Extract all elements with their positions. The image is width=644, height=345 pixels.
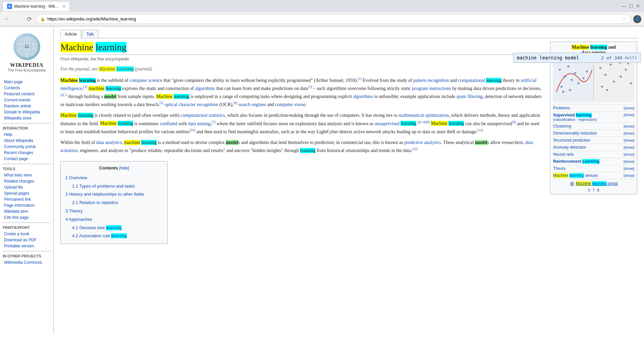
infobox-show-supervised[interactable]: [show] — [624, 113, 634, 117]
refresh-button[interactable]: ⟳ — [25, 15, 33, 23]
vte-e-link[interactable]: e — [597, 187, 599, 191]
link-algorithms-2[interactable]: algorithms — [353, 94, 373, 99]
infobox-show-theory[interactable]: [show] — [624, 166, 634, 170]
infobox-label-reinforcement[interactable]: Reinforcement Learning — [553, 159, 599, 164]
infobox-label-anomaly[interactable]: Anomaly detection — [553, 145, 586, 150]
sidebar-item-upload[interactable]: Upload file — [3, 184, 51, 190]
link-program-instructions[interactable]: program instructions — [412, 86, 451, 91]
sidebar-item-contact[interactable]: Contact page — [3, 156, 51, 162]
infobox-show-reinforcement[interactable]: [show] — [624, 159, 634, 163]
sidebar-item-random[interactable]: Random article — [3, 103, 51, 109]
sidebar-item-store[interactable]: Wikipedia store — [3, 115, 51, 121]
link-ocr[interactable]: optical character recognition — [165, 102, 218, 107]
minimize-button[interactable]: — — [620, 3, 628, 9]
sidebar-item-about[interactable]: About Wikipedia — [3, 138, 51, 144]
link-spam-filtering[interactable]: spam filtering — [456, 94, 482, 99]
link-predictive-analytics[interactable]: predictive analytics — [404, 140, 441, 145]
p1-model-hl: model — [104, 94, 117, 99]
sidebar-item-help[interactable]: Help — [3, 132, 51, 138]
infobox-show-venues[interactable]: [show] — [624, 174, 634, 178]
sidebar-item-wikidata[interactable]: Wikidata item — [3, 208, 51, 214]
infobox-portal-link[interactable]: Machine learning portal — [576, 181, 618, 186]
browser-tab[interactable]: W Machine learning - Wikip... × — [3, 1, 70, 11]
contents-link-history[interactable]: 2 History and relationships to other fie… — [65, 192, 144, 197]
link-computer-vision[interactable]: computer vision — [275, 102, 306, 107]
link-algorithms[interactable]: algorithms — [195, 86, 215, 91]
contents-link-association-rule[interactable]: 4.2 Association rule learning — [72, 233, 127, 238]
infobox-label-dim-reduction[interactable]: Dimensionality reduction — [553, 131, 597, 136]
link-data-mining[interactable]: data mining — [188, 121, 211, 126]
sidebar-item-page-info[interactable]: Page information — [3, 202, 51, 208]
tab-article[interactable]: Article — [60, 30, 81, 38]
sidebar-item-contents[interactable]: Contents — [3, 85, 51, 91]
link-computer-science[interactable]: computer science — [129, 78, 162, 83]
sidebar-divider-4 — [3, 251, 51, 251]
sidebar-item-community[interactable]: Community portal — [3, 144, 51, 150]
link-math-optimization[interactable]: mathematical optimization — [398, 113, 449, 118]
contents-link-overview[interactable]: 1 Overview — [65, 175, 87, 180]
link-data-analytics[interactable]: data analytics — [96, 140, 122, 145]
infobox-label-venues[interactable]: Machine learning venues — [553, 173, 598, 178]
tab-talk[interactable]: Talk — [82, 30, 98, 38]
infobox-show-dim-reduction[interactable]: [show] — [624, 131, 634, 135]
infobox-show-problems[interactable]: [show] — [624, 106, 634, 110]
contents-link-approaches[interactable]: 4 Approaches — [65, 217, 92, 222]
sidebar-item-wikimedia[interactable]: Wikimedia Commons — [3, 259, 51, 265]
contents-link-types[interactable]: 1.1 Types of problems and tasks — [72, 184, 135, 189]
link-pattern-recognition[interactable]: pattern recognition — [413, 78, 449, 83]
sidebar-item-cite[interactable]: Cite this page — [3, 214, 51, 220]
sidebar-item-printable[interactable]: Printable version — [3, 243, 51, 249]
sidebar-item-featured[interactable]: Featured content — [3, 91, 51, 97]
forward-button[interactable]: → — [14, 15, 23, 23]
infobox-show-clustering[interactable]: [show] — [624, 124, 634, 128]
sidebar-item-related-changes[interactable]: Related changes — [3, 178, 51, 184]
infobox-supervised-learning-hl: learning — [576, 113, 592, 117]
infobox-label-structured[interactable]: Structured prediction — [553, 138, 590, 143]
infobox-portal-icon: 🏛️ — [570, 181, 575, 186]
contents-list: 1 Overview 1.1 Types of problems and tas… — [65, 174, 163, 240]
bookmark-icon[interactable]: ☆ — [622, 16, 626, 22]
infobox-label-neural[interactable]: Neural nets — [553, 152, 574, 157]
contents-hide-button[interactable]: [hide] — [119, 166, 129, 170]
infobox-show-anomaly[interactable]: [show] — [624, 145, 634, 149]
link-unsupervised[interactable]: unsupervised — [375, 121, 399, 126]
infobox-label-theory[interactable]: Theory — [553, 166, 566, 171]
profile-button[interactable]: 👤 — [633, 15, 641, 23]
vte-v-link[interactable]: v — [588, 187, 590, 191]
url-input[interactable] — [47, 16, 620, 21]
sidebar-item-main-page[interactable]: Main page — [3, 79, 51, 85]
infobox-label-problems[interactable]: Problems — [553, 106, 570, 110]
contents-link-theory[interactable]: 3 Theory — [65, 208, 83, 213]
link-computational[interactable]: computational — [458, 78, 485, 83]
contents-item-1: 1 Overview — [65, 174, 163, 182]
sidebar-item-special[interactable]: Special pages — [3, 190, 51, 196]
link-conflated[interactable]: conflated — [160, 121, 177, 126]
link-search-engines[interactable]: search engines — [238, 102, 266, 107]
infobox-label-clustering[interactable]: Clustering — [553, 124, 571, 129]
sidebar-item-current-events[interactable]: Current events — [3, 97, 51, 103]
sidebar-item-download-pdf[interactable]: Download as PDF — [3, 237, 51, 243]
infobox-show-structured[interactable]: [show] — [624, 138, 634, 142]
note-learning-hl: Learning — [116, 66, 133, 71]
address-bar[interactable]: 🔒 ☆ — [36, 14, 631, 24]
sidebar-divider-1 — [3, 123, 51, 124]
svg-point-24 — [620, 76, 622, 78]
vte-t-link[interactable]: t — [593, 187, 594, 191]
sidebar-item-what-links[interactable]: What links here — [3, 172, 51, 178]
sidebar-item-donate[interactable]: Donate to Wikipedia — [3, 109, 51, 115]
sidebar-navigation: Main page Contents Featured content Curr… — [3, 79, 51, 265]
contents-link-statistics[interactable]: 2.1 Relation to statistics — [72, 200, 118, 205]
back-button[interactable]: ← — [3, 15, 11, 23]
close-window-button[interactable]: ✕ — [635, 3, 641, 9]
infobox-show-neural[interactable]: [show] — [624, 152, 634, 156]
find-input[interactable] — [517, 55, 598, 60]
sidebar-item-recent[interactable]: Recent changes — [3, 150, 51, 156]
infobox-label-supervised[interactable]: Supervised learning — [553, 113, 592, 117]
link-computational-statistics[interactable]: computational statistics — [180, 113, 225, 118]
contents-link-decision-tree[interactable]: 4.1 Decision tree learning — [72, 225, 121, 230]
sidebar-item-create-book[interactable]: Create a book — [3, 231, 51, 237]
tab-close-button[interactable]: × — [63, 4, 65, 9]
maximize-button[interactable]: ☐ — [628, 3, 635, 9]
sidebar-item-permanent[interactable]: Permanent link — [3, 196, 51, 202]
infobox-row-neural: Neural nets [show] — [553, 151, 634, 158]
